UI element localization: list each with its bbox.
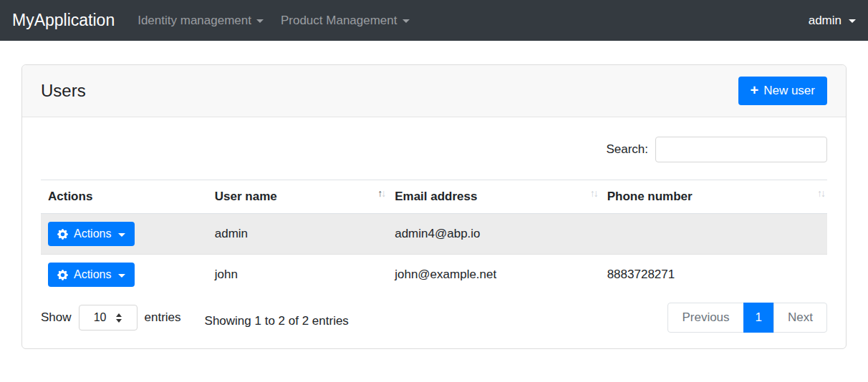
table-footer: Show 10 entries Showing 1 to 2 of 2 entr… <box>41 302 827 333</box>
card-header: Users + New user <box>22 65 846 117</box>
table-row-admin: Actions admin admin4@abp.io <box>41 214 827 255</box>
row-actions-label: Actions <box>74 268 111 281</box>
cell-actions: Actions <box>41 214 208 255</box>
cell-user-name: john <box>208 255 387 295</box>
plus-icon: + <box>751 83 759 97</box>
search-input[interactable] <box>655 137 827 162</box>
pagination-page-1[interactable]: 1 <box>743 303 774 333</box>
user-menu-label: admin <box>809 14 842 28</box>
show-label: Show <box>41 310 72 325</box>
cell-phone <box>600 214 827 255</box>
pagination-next[interactable]: Next <box>773 303 827 333</box>
column-header-user-name[interactable]: User name ↑↓ <box>208 180 387 214</box>
sort-desc-icon: ↓ <box>381 187 385 199</box>
row-actions-button[interactable]: Actions <box>48 222 135 246</box>
users-card: Users + New user Search: Actions <box>21 64 847 349</box>
new-user-button[interactable]: + New user <box>738 77 828 105</box>
row-actions-label: Actions <box>74 227 111 240</box>
cell-email: admin4@abp.io <box>387 214 599 255</box>
cell-phone: 8883728271 <box>600 255 827 295</box>
chevron-down-icon <box>849 19 856 23</box>
nav-item-label: Product Management <box>281 14 397 28</box>
entries-label: entries <box>145 310 181 325</box>
table-row-john: Actions john john@example.net 8883728271 <box>41 255 827 295</box>
nav-menu: Identity management Product Management <box>129 8 418 34</box>
gear-icon <box>57 229 68 240</box>
search-label: Search: <box>606 142 648 157</box>
table-info: Showing 1 to 2 of 2 entries <box>205 314 349 328</box>
user-menu[interactable]: admin <box>809 14 856 28</box>
cell-user-name: admin <box>208 214 387 255</box>
chevron-down-icon <box>402 19 410 23</box>
row-actions-button[interactable]: Actions <box>48 263 135 287</box>
app-brand[interactable]: MyApplication <box>12 11 115 30</box>
cell-email: john@example.net <box>387 255 599 295</box>
cell-actions: Actions <box>41 255 208 295</box>
nav-item-identity-management[interactable]: Identity management <box>129 8 272 34</box>
users-table: Actions User name ↑↓ Email address ↑↓ Ph… <box>41 180 827 295</box>
sort-icons: ↑↓ <box>817 187 824 199</box>
nav-item-label: Identity management <box>138 14 251 28</box>
page-size-value: 10 <box>94 311 107 324</box>
column-header-phone-number[interactable]: Phone number ↑↓ <box>600 180 827 214</box>
column-header-email-address[interactable]: Email address ↑↓ <box>387 180 599 214</box>
card-body: Search: Actions User name ↑↓ <box>22 117 846 348</box>
page-size-select[interactable]: 10 <box>79 305 138 330</box>
chevron-down-icon <box>256 19 264 23</box>
sort-icons: ↑↓ <box>590 187 597 199</box>
nav-item-product-management[interactable]: Product Management <box>272 8 418 34</box>
new-user-button-label: New user <box>763 84 815 98</box>
top-navbar: MyApplication Identity management Produc… <box>0 0 868 41</box>
page-title: Users <box>41 81 86 101</box>
pagination-previous[interactable]: Previous <box>667 303 743 333</box>
sort-icons: ↑↓ <box>377 187 385 199</box>
sort-desc-icon: ↓ <box>594 187 597 199</box>
sort-desc-icon: ↓ <box>821 187 824 199</box>
chevron-down-icon <box>118 274 125 278</box>
table-header-row: Actions User name ↑↓ Email address ↑↓ Ph… <box>41 180 827 214</box>
gear-icon <box>57 270 68 280</box>
pagination: Previous 1 Next <box>667 303 827 333</box>
page-length-control: Show 10 entries <box>41 305 181 330</box>
chevron-down-icon <box>118 233 125 237</box>
search-row: Search: <box>41 137 827 162</box>
column-header-actions: Actions <box>41 180 208 214</box>
updown-arrows-icon <box>116 313 122 323</box>
